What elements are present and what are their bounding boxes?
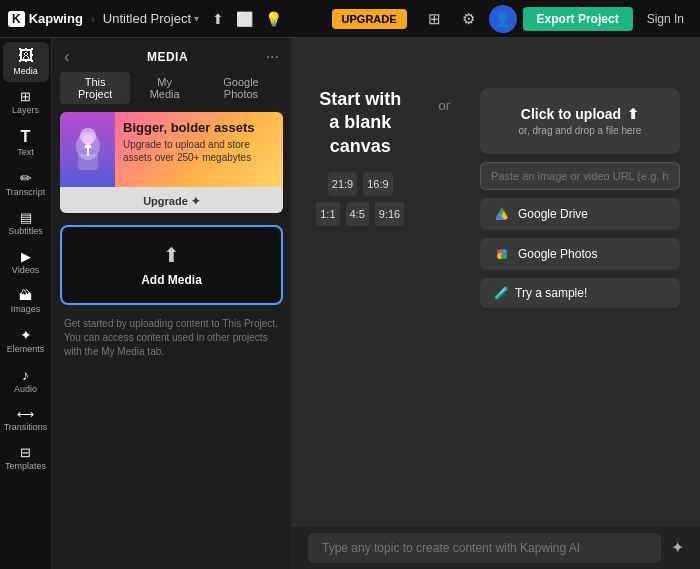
videos-icon: ▶ — [21, 250, 31, 263]
transitions-icon: ⟷ — [17, 408, 34, 420]
topbar-icons: ⬆ ⬜ 💡 — [209, 8, 285, 30]
ratio-btn-16-9[interactable]: 16:9 — [363, 172, 392, 196]
banner-upgrade-bar: Upgrade ✦ — [60, 187, 283, 213]
sidebar-label-elements: Elements — [7, 344, 45, 354]
upload-subtitle: or, drag and drop a file here — [502, 125, 658, 136]
google-drive-btn[interactable]: Google Drive — [480, 198, 680, 230]
try-sample-label: Try a sample! — [515, 286, 587, 300]
banner-text: Bigger, bolder assets Upgrade to upload … — [115, 112, 283, 187]
signin-button[interactable]: Sign In — [639, 8, 692, 30]
sidebar-item-templates[interactable]: ⊟ Templates — [3, 440, 49, 477]
ratio-btn-9-16[interactable]: 9:16 — [375, 202, 404, 226]
tab-my-media[interactable]: My Media — [134, 72, 195, 104]
main-layout: 🖼 Media ⊞ Layers T Text ✏ Transcript ▤ S… — [0, 38, 700, 569]
media-icon: 🖼 — [18, 48, 34, 64]
breadcrumb-separator: › — [91, 12, 95, 26]
audio-icon: ♪ — [22, 368, 29, 382]
upgrade-button[interactable]: UPGRADE — [332, 9, 407, 29]
media-tabs: This Project My Media Google Photos — [52, 72, 291, 112]
upload-section: Click to upload ⬆ or, drag and drop a fi… — [480, 68, 680, 308]
media-panel-header: ‹ MEDIA ··· — [52, 38, 291, 72]
try-sample-btn[interactable]: 🧪 Try a sample! — [480, 278, 680, 308]
google-photos-btn[interactable]: Google Photos — [480, 238, 680, 270]
add-media-area[interactable]: ⬆ Add Media — [60, 225, 283, 305]
project-chevron-icon: ▾ — [194, 13, 199, 24]
monitor-icon-btn[interactable]: ⬜ — [233, 8, 256, 30]
share-people-btn[interactable]: 👤 — [489, 5, 517, 33]
canvas-area: Start with a blank canvas 21:9 16:9 1:1 … — [292, 38, 700, 525]
sidebar-item-videos[interactable]: ▶ Videos — [3, 244, 49, 281]
sidebar-item-transitions[interactable]: ⟷ Transitions — [3, 402, 49, 438]
sidebar-label-transitions: Transitions — [4, 422, 48, 432]
sidebar-label-layers: Layers — [12, 105, 39, 115]
sidebar-item-media[interactable]: 🖼 Media — [3, 42, 49, 82]
sidebar-item-subtitles[interactable]: ▤ Subtitles — [3, 205, 49, 242]
sidebar-item-audio[interactable]: ♪ Audio — [3, 362, 49, 400]
sidebar-label-transcript: Transcript — [6, 187, 46, 197]
transcript-icon: ✏ — [20, 171, 32, 185]
svg-rect-2 — [78, 154, 98, 170]
blank-canvas-title: Start with a blank canvas — [312, 88, 408, 158]
ai-prompt-input[interactable] — [308, 533, 661, 563]
banner-desc: Upgrade to upload and store assets over … — [123, 138, 275, 164]
templates-icon: ⊟ — [20, 446, 31, 459]
media-panel-more-btn[interactable]: ··· — [266, 48, 279, 66]
lightbulb-icon-btn[interactable]: 💡 — [262, 8, 285, 30]
add-media-label: Add Media — [141, 273, 202, 287]
media-panel-title: MEDIA — [69, 50, 265, 64]
url-input[interactable] — [480, 162, 680, 190]
tab-this-project[interactable]: This Project — [60, 72, 130, 104]
sidebar-item-images[interactable]: 🏔 Images — [3, 283, 49, 320]
topbar-right: ⊞ ⚙ 👤 Export Project Sign In — [421, 5, 692, 33]
sidebar-label-templates: Templates — [5, 461, 46, 471]
banner-upgrade-btn[interactable]: Upgrade ✦ — [143, 195, 200, 208]
ratio-btn-1-1[interactable]: 1:1 — [316, 202, 339, 226]
blank-canvas-section: Start with a blank canvas 21:9 16:9 1:1 … — [312, 68, 408, 226]
svg-point-10 — [501, 253, 507, 259]
upload-icon: ⬆ — [627, 106, 639, 122]
subtitles-icon: ▤ — [20, 211, 32, 224]
google-photos-icon — [494, 246, 510, 262]
ratio-row-1: 21:9 16:9 — [328, 172, 393, 196]
project-name-text: Untitled Project — [103, 11, 191, 26]
media-panel: ‹ MEDIA ··· This Project My Media Google… — [52, 38, 292, 569]
share-icon-btn[interactable]: ⬆ — [209, 8, 227, 30]
sidebar-label-images: Images — [11, 304, 41, 314]
sidebar-item-text[interactable]: T Text — [3, 123, 49, 163]
ratio-btn-4-5[interactable]: 4:5 — [346, 202, 369, 226]
upgrade-banner: Bigger, bolder assets Upgrade to upload … — [52, 112, 291, 221]
sidebar-item-elements[interactable]: ✦ Elements — [3, 322, 49, 360]
banner-title: Bigger, bolder assets — [123, 120, 275, 136]
ai-bar: ✦ — [292, 525, 700, 569]
add-media-upload-icon: ⬆ — [163, 243, 180, 267]
project-name[interactable]: Untitled Project ▾ — [103, 11, 199, 26]
content-area: Start with a blank canvas 21:9 16:9 1:1 … — [292, 38, 700, 569]
grid-icon-btn[interactable]: ⊞ — [421, 5, 449, 33]
banner-image — [60, 112, 115, 187]
sidebar: 🖼 Media ⊞ Layers T Text ✏ Transcript ▤ S… — [0, 38, 52, 569]
ai-sparkle-icon: ✦ — [671, 538, 684, 557]
text-icon: T — [21, 129, 31, 145]
images-icon: 🏔 — [19, 289, 32, 302]
elements-icon: ✦ — [20, 328, 32, 342]
topbar: K Kapwing › Untitled Project ▾ ⬆ ⬜ 💡 UPG… — [0, 0, 700, 38]
upload-box[interactable]: Click to upload ⬆ or, drag and drop a fi… — [480, 88, 680, 154]
google-drive-label: Google Drive — [518, 207, 588, 221]
app-logo: K Kapwing — [8, 11, 83, 27]
tab-google-photos[interactable]: Google Photos — [199, 72, 283, 104]
sidebar-label-media: Media — [13, 66, 38, 76]
sidebar-label-videos: Videos — [12, 265, 39, 275]
sidebar-item-layers[interactable]: ⊞ Layers — [3, 84, 49, 121]
layers-icon: ⊞ — [20, 90, 31, 103]
google-photos-label: Google Photos — [518, 247, 597, 261]
media-info-text: Get started by uploading content to This… — [52, 309, 291, 367]
sample-icon: 🧪 — [494, 286, 509, 300]
ratio-row-2: 1:1 4:5 9:16 — [316, 202, 404, 226]
sidebar-item-transcript[interactable]: ✏ Transcript — [3, 165, 49, 203]
google-drive-icon — [494, 206, 510, 222]
settings-icon-btn[interactable]: ⚙ — [455, 5, 483, 33]
upload-box-title: Click to upload ⬆ — [502, 106, 658, 122]
upload-title-text: Click to upload — [521, 106, 621, 122]
ratio-btn-21-9[interactable]: 21:9 — [328, 172, 357, 196]
export-button[interactable]: Export Project — [523, 7, 633, 31]
